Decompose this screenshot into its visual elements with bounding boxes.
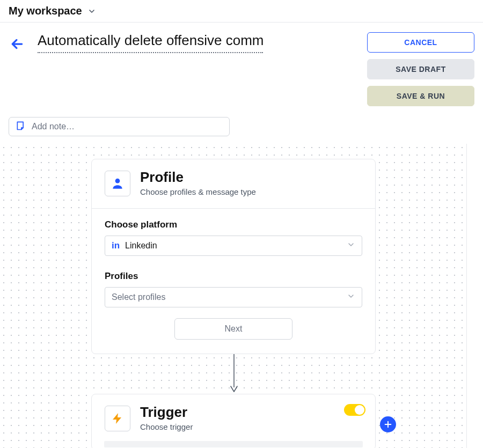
editor-header: Automatically delete offensive comments … xyxy=(0,23,483,112)
save-draft-button[interactable]: Save Draft xyxy=(367,59,474,79)
trigger-card: Trigger Choose trigger xyxy=(91,394,376,448)
profiles-select[interactable]: Select profiles xyxy=(105,287,362,307)
profile-icon xyxy=(105,171,130,196)
chevron-down-icon xyxy=(347,240,355,251)
add-note-input[interactable]: Add note… xyxy=(9,117,230,136)
workflow-title-input[interactable]: Automatically delete offensive comments xyxy=(38,32,263,49)
save-and-run-button[interactable]: Save & Run xyxy=(367,86,474,106)
svg-point-1 xyxy=(115,178,120,183)
platform-selected-value: Linkedin xyxy=(125,241,157,251)
profiles-label: Profiles xyxy=(105,271,362,282)
profiles-placeholder: Select profiles xyxy=(112,292,166,302)
cancel-button[interactable]: Cancel xyxy=(367,32,474,53)
note-icon xyxy=(16,120,26,133)
trigger-toggle[interactable] xyxy=(344,404,365,416)
workspace-name[interactable]: My workspace xyxy=(9,5,82,17)
trigger-title: Trigger xyxy=(140,405,193,419)
chevron-down-icon[interactable] xyxy=(87,7,96,16)
profile-card: Profile Choose profiles & message type C… xyxy=(91,159,376,354)
add-step-button[interactable] xyxy=(380,416,396,432)
linkedin-icon: in xyxy=(112,240,120,251)
note-placeholder: Add note… xyxy=(32,122,75,131)
trigger-collapsed-body xyxy=(104,441,363,447)
back-button[interactable] xyxy=(9,35,26,53)
trigger-subtitle: Choose trigger xyxy=(140,422,193,431)
workspace-bar: My workspace xyxy=(0,0,483,23)
next-button[interactable]: Next xyxy=(174,318,292,340)
platform-select[interactable]: in Linkedin xyxy=(105,236,362,256)
profile-subtitle: Choose profiles & message type xyxy=(140,187,256,196)
platform-label: Choose platform xyxy=(105,219,362,230)
workflow-canvas[interactable]: Profile Choose profiles & message type C… xyxy=(0,144,467,448)
trigger-icon xyxy=(105,406,130,431)
chevron-down-icon xyxy=(347,292,355,303)
connector-arrow xyxy=(233,354,234,394)
profile-title: Profile xyxy=(140,170,256,184)
